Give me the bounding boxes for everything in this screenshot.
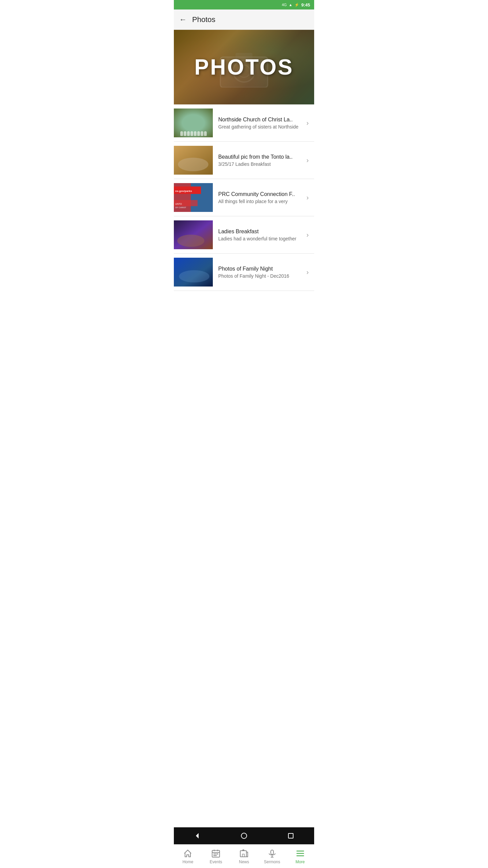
chevron-icon-2: › <box>306 156 309 164</box>
chevron-icon-3: › <box>306 194 309 201</box>
item-content-5: Photos of Family Night Photos of Family … <box>218 266 304 279</box>
list-item[interactable]: nx.gov/parks UNTO OF CHRIST PRC Communit… <box>174 179 314 216</box>
chevron-icon-4: › <box>306 231 309 239</box>
thumb-svg-5 <box>174 258 213 287</box>
item-content-4: Ladies Breakfast Ladies had a wonderful … <box>218 229 304 241</box>
list-item[interactable]: Beautiful pic from the Tonto la.. 3/25/1… <box>174 142 314 179</box>
list-item[interactable]: Ladies Breakfast Ladies had a wonderful … <box>174 216 314 254</box>
svg-text:UNTO: UNTO <box>175 203 182 205</box>
item-title-2: Beautiful pic from the Tonto la.. <box>218 154 304 160</box>
thumb-svg-4 <box>174 220 213 249</box>
signal-icon: ▲ <box>289 3 292 7</box>
item-title-3: PRC Community Connection F.. <box>218 191 304 197</box>
hero-title: PHOTOS <box>194 55 293 80</box>
item-title-1: Northside Church of Christ La.. <box>218 117 304 123</box>
item-subtitle-3: All things fell into place for a very <box>218 199 304 204</box>
svg-text:OF CHRIST: OF CHRIST <box>175 206 186 209</box>
item-content-1: Northside Church of Christ La.. Great ga… <box>218 117 304 130</box>
item-thumbnail-3: nx.gov/parks UNTO OF CHRIST <box>174 183 213 212</box>
back-button[interactable]: ← <box>179 15 187 24</box>
main-content: PHOTOS Northside Church of Christ La.. G… <box>174 30 314 332</box>
item-thumbnail-1 <box>174 108 213 137</box>
svg-point-7 <box>178 158 208 171</box>
svg-point-20 <box>179 270 209 282</box>
chevron-icon-5: › <box>306 268 309 276</box>
item-thumbnail-4 <box>174 220 213 249</box>
page-header: ← Photos <box>174 9 314 30</box>
list-item[interactable]: Photos of Family Night Photos of Family … <box>174 254 314 291</box>
network-icon: 4G <box>282 3 287 7</box>
item-thumbnail-2 <box>174 146 213 175</box>
list-item[interactable]: Northside Church of Christ La.. Great ga… <box>174 104 314 142</box>
item-subtitle-4: Ladies had a wonderful time together <box>218 236 304 241</box>
photos-list: Northside Church of Christ La.. Great ga… <box>174 104 314 291</box>
item-subtitle-1: Great gathering of sisters at Northside <box>218 124 304 130</box>
chevron-icon-1: › <box>306 119 309 127</box>
item-title-5: Photos of Family Night <box>218 266 304 272</box>
battery-icon: ⚡ <box>294 3 299 7</box>
item-content-3: PRC Community Connection F.. All things … <box>218 191 304 204</box>
thumb-svg-3: nx.gov/parks UNTO OF CHRIST <box>174 183 213 212</box>
page-title: Photos <box>192 15 216 24</box>
hero-banner: PHOTOS <box>174 30 314 104</box>
item-subtitle-5: Photos of Family Night - Dec2016 <box>218 273 304 279</box>
status-bar: 4G ▲ ⚡ 9:45 <box>174 0 314 9</box>
item-thumbnail-5 <box>174 258 213 287</box>
item-title-4: Ladies Breakfast <box>218 229 304 235</box>
thumb-svg-2 <box>174 146 213 175</box>
svg-text:nx.gov/parks: nx.gov/parks <box>175 190 192 193</box>
item-subtitle-2: 3/25/17 Ladies Breakfast <box>218 161 304 167</box>
item-content-2: Beautiful pic from the Tonto la.. 3/25/1… <box>218 154 304 167</box>
time-display: 9:45 <box>301 2 310 7</box>
thumb-decoration <box>174 131 213 136</box>
svg-point-17 <box>177 235 204 247</box>
